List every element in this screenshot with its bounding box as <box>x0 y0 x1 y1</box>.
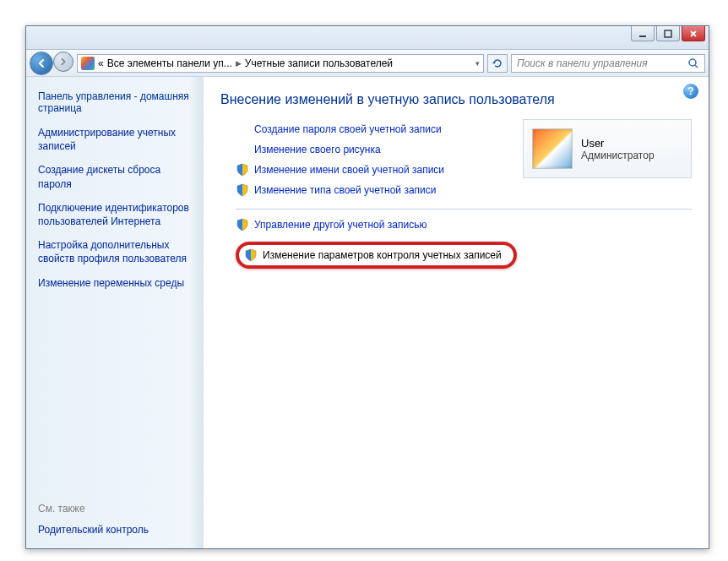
search-box[interactable]: Поиск в панели управления <box>511 54 705 73</box>
window-controls <box>631 26 705 41</box>
shield-icon <box>236 183 249 197</box>
navigation-bar: « Все элементы панели уп... ▶ Учетные за… <box>26 50 709 77</box>
task-link-manage-other[interactable]: Управление другой учетной записью <box>254 219 426 231</box>
task-link-change-type[interactable]: Изменение типа своей учетной записи <box>254 184 436 196</box>
user-info: User Администратор <box>581 137 655 161</box>
titlebar <box>26 26 709 50</box>
address-bar[interactable]: « Все элементы панели уп... ▶ Учетные за… <box>77 54 484 73</box>
user-info-box: User Администратор <box>523 119 692 178</box>
sidebar-home-link[interactable]: Панель управления - домашняя страница <box>38 90 192 114</box>
breadcrumb-user-accounts[interactable]: Учетные записи пользователей <box>245 57 393 69</box>
svg-rect-0 <box>639 35 646 37</box>
arrow-right-icon <box>58 57 68 67</box>
maximize-button[interactable] <box>656 26 680 41</box>
task-link-change-picture[interactable]: Изменение своего рисунка <box>254 144 381 155</box>
svg-rect-1 <box>665 30 671 37</box>
sidebar-link-parental-control[interactable]: Родительский контроль <box>38 523 192 536</box>
search-icon <box>687 57 699 69</box>
help-icon[interactable]: ? <box>683 84 698 99</box>
arrow-left-icon <box>35 57 47 69</box>
content-area: ? Внесение изменений в учетную запись по… <box>204 77 709 548</box>
refresh-icon <box>492 57 503 69</box>
see-also-label: См. также <box>38 503 192 515</box>
task-link-change-uac[interactable]: Изменение параметров контроля учетных за… <box>263 249 502 261</box>
breadcrumb-separator-icon: ▶ <box>236 59 242 68</box>
breadcrumb-prefix: « <box>98 57 104 69</box>
sidebar: Панель управления - домашняя страница Ад… <box>26 77 204 548</box>
sidebar-link-env-vars[interactable]: Изменение переменных среды <box>38 276 192 290</box>
sidebar-link-manage-accounts[interactable]: Администрирование учетных записей <box>38 126 192 153</box>
sidebar-link-online-ids[interactable]: Подключение идентификаторов пользователе… <box>38 201 192 228</box>
sidebar-link-password-reset-disk[interactable]: Создание дискеты сброса пароля <box>38 163 192 190</box>
task-link-change-name[interactable]: Изменение имени своей учетной записи <box>254 164 444 176</box>
separator <box>236 209 692 210</box>
highlighted-task: Изменение параметров контроля учетных за… <box>236 242 517 269</box>
task-manage-other: Управление другой учетной записью <box>236 218 692 231</box>
shield-icon <box>236 163 249 177</box>
page-heading: Внесение изменений в учетную запись поль… <box>220 92 692 107</box>
breadcrumb-all-items[interactable]: Все элементы панели уп... <box>107 57 232 69</box>
shield-icon <box>244 248 258 262</box>
search-placeholder: Поиск в панели управления <box>517 57 648 69</box>
sidebar-link-advanced-profile[interactable]: Настройка дополнительных свойств профиля… <box>38 238 192 265</box>
user-role: Администратор <box>581 150 655 161</box>
forward-button[interactable] <box>53 52 73 72</box>
task-change-type: Изменение типа своей учетной записи <box>236 183 692 197</box>
back-button[interactable] <box>30 52 53 75</box>
minimize-button[interactable] <box>631 26 655 41</box>
control-panel-icon <box>81 57 95 70</box>
user-avatar <box>532 128 573 169</box>
breadcrumb-dropdown-icon[interactable]: ▾ <box>475 59 480 68</box>
task-link-create-password[interactable]: Создание пароля своей учетной записи <box>254 123 442 135</box>
svg-point-2 <box>689 59 696 66</box>
control-panel-window: « Все элементы панели уп... ▶ Учетные за… <box>25 25 709 549</box>
close-button[interactable] <box>682 26 705 41</box>
refresh-button[interactable] <box>487 54 508 73</box>
nav-buttons <box>30 52 73 75</box>
shield-icon <box>236 218 249 231</box>
user-name: User <box>581 137 655 150</box>
